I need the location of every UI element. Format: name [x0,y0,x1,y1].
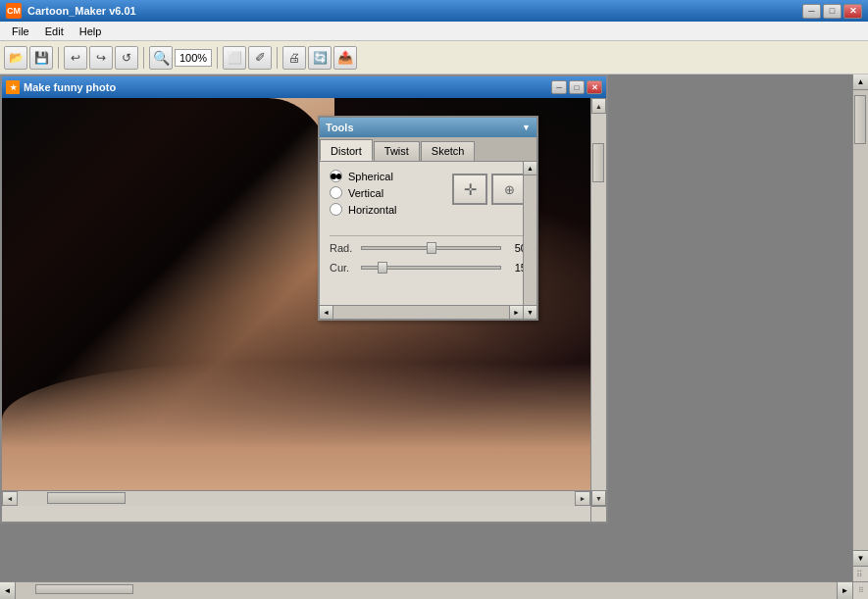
sub-scroll-left-button[interactable]: ◄ [2,491,18,506]
toolbar: 📂 💾 ↩ ↪ ↺ 🔍 100% ⬜ ✐ 🖨 🔄 📤 [0,41,868,75]
horizontal-radio[interactable] [330,203,342,216]
rad-slider-thumb[interactable] [427,242,436,254]
resize-grip[interactable]: ⠿ [852,582,868,599]
cur-slider-thumb[interactable] [378,262,387,274]
tools-tabs: Distort Twist Sketch [320,137,536,162]
toolbar-separator-3 [217,47,218,69]
move-tool-button[interactable]: ✛ [452,174,487,205]
canvas-scroll-up[interactable]: ▲ [853,75,868,90]
menu-help[interactable]: Help [72,24,110,39]
main-scroll-left[interactable]: ◄ [0,582,16,599]
sub-maximize-button[interactable]: □ [569,80,585,94]
minimize-button[interactable]: ─ [802,4,821,19]
save-button[interactable]: 💾 [29,46,53,70]
horizontal-option[interactable]: Horizontal [330,203,397,216]
tools-scroll-track[interactable] [524,175,536,305]
zoom-in-button[interactable]: 🔍 [149,46,173,70]
sub-window-icon: ★ [6,80,20,94]
export-button[interactable]: 📤 [333,46,357,70]
redo-button[interactable]: ↪ [89,46,113,70]
tools-scroll-up[interactable]: ▲ [524,162,536,175]
vertical-option[interactable]: Vertical [330,186,397,199]
resize-tool-button[interactable]: ⊕ [491,174,527,205]
open-button[interactable]: 📂 [4,46,27,70]
refresh-button[interactable]: ↺ [115,46,138,70]
toolbar-separator-1 [58,47,59,69]
sub-window: ★ Make funny photo ─ □ ✕ ▲ ▼ [0,75,608,524]
sub-window-title: Make funny photo [24,81,549,93]
rad-slider[interactable] [361,246,501,250]
app-title: Cartoon_Maker v6.01 [27,5,800,17]
title-bar: CM Cartoon_Maker v6.01 ─ □ ✕ [0,0,868,22]
canvas-scroll-thumb-v[interactable] [854,95,866,144]
vertical-label: Vertical [348,187,383,199]
sub-horizontal-scrollbar[interactable]: ◄ ► [2,490,590,506]
tools-title-bar[interactable]: Tools ▼ [320,118,536,137]
select-button[interactable]: ⬜ [223,46,246,70]
main-hscroll-thumb[interactable] [35,584,133,594]
close-button[interactable]: ✕ [843,4,862,19]
spherical-label: Spherical [348,171,393,182]
canvas-right-scrollbar[interactable]: ▲ ▼ [852,75,868,566]
tools-vscroll[interactable]: ▲ ▼ [523,162,536,319]
canvas-scroll-down[interactable]: ▼ [853,550,868,566]
canvas-scroll-track-v[interactable] [853,90,868,550]
sub-title-bar[interactable]: ★ Make funny photo ─ □ ✕ [2,76,606,98]
undo-button[interactable]: ↩ [64,46,87,70]
sub-scroll-up-button[interactable]: ▲ [591,98,606,114]
tools-content: Spherical Vertical Horizontal [320,162,536,319]
tools-hscroll-track[interactable] [333,306,509,319]
tools-scroll-right[interactable]: ► [509,306,523,319]
canvas-area[interactable]: ★ Make funny photo ─ □ ✕ ▲ ▼ [0,75,868,581]
distort-options: Spherical Vertical Horizontal [330,170,397,220]
bottom-scrollbar-row: ◄ ► ⠿ [0,581,868,599]
distort-tool-button[interactable]: ✐ [248,46,272,70]
vertical-radio[interactable] [330,186,342,199]
tool-icon-buttons: ✛ ⊕ [452,174,527,205]
rad-slider-row: Rad. 50 [330,242,527,254]
sub-scroll-right-button[interactable]: ► [575,491,590,506]
sub-scroll-thumb-horizontal[interactable] [47,492,126,504]
spherical-radio[interactable] [330,170,342,182]
menu-edit[interactable]: Edit [37,24,72,39]
tools-scroll-left[interactable]: ◄ [320,306,333,319]
main-hscroll-track[interactable] [16,582,837,599]
reload-button[interactable]: 🔄 [308,46,332,70]
sub-vertical-scrollbar[interactable]: ▲ ▼ [590,98,606,506]
cur-label: Cur. [330,262,357,274]
sub-minimize-button[interactable]: ─ [551,80,567,94]
tab-sketch[interactable]: Sketch [421,141,476,161]
zoom-value: 100% [175,49,212,67]
cur-slider[interactable] [361,266,501,270]
tools-hscroll[interactable]: ◄ ► [320,305,523,319]
tab-distort[interactable]: Distort [320,139,373,161]
tools-scroll-down[interactable]: ▼ [524,305,536,319]
maximize-button[interactable]: □ [823,4,842,19]
menu-file[interactable]: File [4,24,37,39]
skin-overlay [2,363,606,506]
main-area: ★ Make funny photo ─ □ ✕ ▲ ▼ [0,75,868,581]
canvas-resize-corner: ⠿ [852,566,868,581]
sub-scroll-track-vertical[interactable] [591,114,606,490]
sub-scroll-down-button[interactable]: ▼ [591,490,606,506]
menu-bar: File Edit Help [0,22,868,41]
tools-panel: Tools ▼ Distort Twist Sketch [318,116,538,321]
cur-slider-row: Cur. 15 [330,262,527,274]
scroll-corner [590,506,606,522]
sub-scroll-track-horizontal[interactable] [18,491,575,506]
tab-twist[interactable]: Twist [374,141,420,161]
spherical-option[interactable]: Spherical [330,170,397,182]
horizontal-label: Horizontal [348,204,397,216]
tools-divider [330,235,527,236]
app-icon: CM [6,3,22,19]
sub-scroll-thumb-vertical[interactable] [592,143,604,182]
rad-label: Rad. [330,242,357,254]
tools-panel-scroll-indicator: ▼ [522,123,531,132]
print-button[interactable]: 🖨 [282,46,306,70]
toolbar-separator-4 [277,47,278,69]
toolbar-separator-2 [143,47,144,69]
tools-panel-title: Tools [326,122,354,133]
main-scroll-right[interactable]: ► [837,582,852,599]
sub-close-button[interactable]: ✕ [587,80,602,94]
